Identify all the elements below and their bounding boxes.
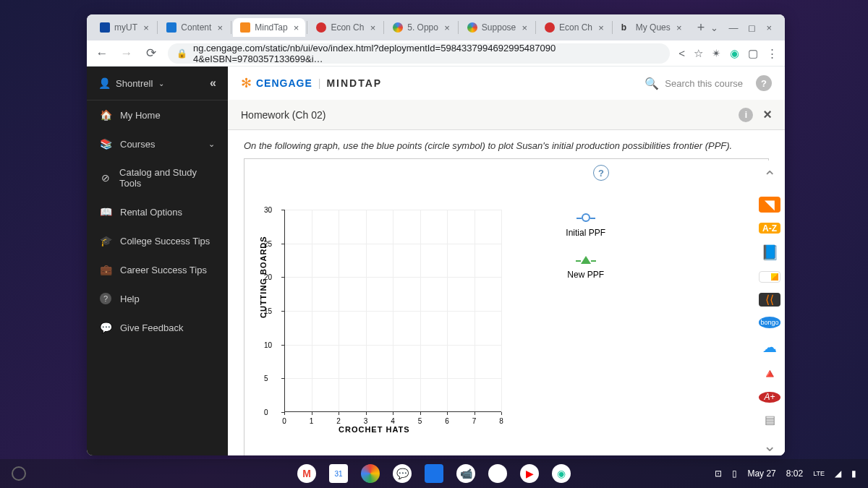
sidebar-item-help[interactable]: ?Help [87, 284, 228, 313]
maximize-icon[interactable]: ◻ [748, 22, 756, 33]
browser-tab[interactable]: Econ Ch× [537, 18, 610, 37]
x-axis-label: CROCHET HATS [339, 425, 410, 434]
sidebar-label: My Home [120, 110, 161, 121]
graph-help-button[interactable]: ? [593, 165, 609, 181]
panel-icon[interactable]: ▢ [748, 47, 758, 60]
battery-icon[interactable]: ▮ [851, 468, 856, 479]
user-menu[interactable]: 👤 Shontrell ⌄ [98, 77, 164, 89]
x-tick: 4 [391, 417, 395, 425]
browser-tab[interactable]: Econ Ch× [309, 18, 382, 37]
flashcards-tool[interactable]: ▤ [759, 413, 780, 427]
browser-tab[interactable]: bMy Ques× [614, 18, 689, 37]
search-icon [545, 22, 555, 33]
share-icon[interactable]: < [678, 47, 685, 59]
chart-legend: Initial PPF New PPF [566, 213, 605, 297]
browser-tab[interactable]: Suppose× [460, 18, 534, 37]
reload-button[interactable]: ⟳ [143, 46, 159, 61]
bongo-tool[interactable]: bongo [759, 317, 780, 328]
browser-tab-active[interactable]: MindTap× [233, 18, 305, 37]
close-icon[interactable]: × [368, 23, 377, 32]
close-icon[interactable]: × [597, 23, 605, 32]
close-window-icon[interactable]: × [766, 22, 772, 33]
messages-app-icon[interactable]: 💬 [393, 464, 412, 483]
back-button[interactable]: ← [94, 46, 110, 61]
menu-icon[interactable]: ⋮ [767, 47, 778, 60]
briefcase-icon: 💼 [100, 264, 111, 275]
grammarly-app-icon[interactable]: ◉ [552, 464, 571, 483]
sidebar-item-feedback[interactable]: 💬Give Feedback [87, 313, 228, 342]
grammarly-icon[interactable]: ◉ [730, 47, 739, 60]
close-icon[interactable]: × [142, 23, 150, 32]
minimize-icon[interactable]: — [728, 22, 738, 33]
files-app-icon[interactable] [425, 464, 443, 483]
browser-tab[interactable]: 5. Oppo× [386, 18, 456, 37]
y-tick: 10 [264, 341, 272, 348]
ebook-tool[interactable]: 📘 [759, 244, 780, 261]
forward-button[interactable]: → [119, 46, 135, 61]
browser-tab[interactable]: myUT× [93, 18, 156, 37]
legend-new-ppf[interactable]: New PPF [566, 255, 605, 280]
new-tab-button[interactable]: + [692, 17, 711, 38]
collapse-sidebar-button[interactable]: « [210, 77, 216, 90]
y-tick: 5 [264, 374, 268, 382]
youtube-app-icon[interactable]: ▶ [520, 464, 539, 483]
sidebar-item-college-tips[interactable]: 🎓College Success Tips [87, 226, 228, 255]
phone-icon[interactable]: ▯ [732, 468, 737, 479]
close-icon[interactable]: × [443, 23, 451, 32]
legend-label: New PPF [567, 270, 604, 280]
x-tick: 0 [282, 417, 286, 425]
close-icon[interactable]: × [520, 23, 529, 32]
notes-tool[interactable] [759, 271, 780, 283]
legend-initial-ppf[interactable]: Initial PPF [566, 213, 605, 238]
taskbar-date[interactable]: May 27 [747, 468, 775, 479]
sidebar-item-catalog[interactable]: ⊘Catalog and Study Tools [87, 158, 228, 197]
gmail-app-icon[interactable]: M [297, 464, 316, 483]
glossary-tool[interactable]: A-Z [759, 223, 780, 234]
circle-marker-icon [582, 213, 590, 222]
search-course-input[interactable]: 🔍 Search this course [644, 77, 743, 90]
sidebar-item-courses[interactable]: 📚Courses⌄ [87, 129, 228, 158]
close-icon[interactable]: × [292, 23, 301, 32]
ppf-chart[interactable]: 30 25 20 15 10 5 0 0 1 2 3 4 5 6 [284, 210, 501, 412]
quick-settings-icon[interactable]: ⊡ [715, 468, 722, 479]
help-button[interactable]: ? [756, 75, 772, 91]
launcher-button[interactable] [12, 466, 26, 481]
taskbar-time[interactable]: 8:02 [786, 468, 803, 479]
rss-tool[interactable]: ◥ [759, 197, 780, 213]
info-icon[interactable]: i [739, 108, 753, 122]
calendar-app-icon[interactable]: 31 [329, 464, 348, 483]
url-input[interactable]: 🔒 ng.cengage.com/static/nb/ui/evo/index.… [168, 43, 670, 64]
sidebar-item-home[interactable]: 🏠My Home [87, 100, 228, 129]
network-icon[interactable]: LTE [813, 470, 825, 477]
scroll-up-button[interactable]: ⌃ [759, 168, 780, 187]
tab-label: MindTap [255, 22, 287, 33]
close-assignment-button[interactable]: × [763, 106, 772, 123]
close-icon[interactable]: × [216, 23, 224, 32]
sidebar-item-career-tips[interactable]: 💼Career Success Tips [87, 255, 228, 284]
extensions-icon[interactable]: ✴ [712, 47, 721, 60]
sidebar-item-rental[interactable]: 📖Rental Options [87, 197, 228, 226]
photos-app-icon[interactable]: ✦ [488, 464, 507, 483]
gdrive-tool[interactable]: 🔺 [759, 366, 780, 382]
brand-bar: ✻ CENGAGE | MINDTAP 🔍 Search this course… [228, 67, 785, 100]
graph-panel[interactable]: ? 30 25 20 15 10 5 0 [244, 158, 769, 455]
aplus-tool[interactable]: A+ [759, 392, 780, 403]
wifi-icon[interactable]: ◢ [835, 468, 841, 479]
star-icon[interactable]: ☆ [694, 47, 703, 60]
x-tick: 5 [418, 417, 422, 425]
browser-tab-bar: myUT× Content× MindTap× Econ Ch× 5. Oppo… [87, 14, 785, 40]
x-tick: 3 [364, 417, 368, 425]
cengage-icon [240, 22, 250, 33]
assignment-title: Homework (Ch 02) [241, 109, 326, 121]
chevron-down-icon[interactable]: ⌄ [710, 22, 718, 33]
highlight-tool[interactable]: ⟨⟨ [759, 293, 780, 307]
camera-app-icon[interactable]: 📹 [456, 464, 475, 483]
scroll-down-button[interactable]: ⌄ [759, 437, 780, 455]
x-tick: 1 [310, 417, 314, 425]
close-icon[interactable]: × [675, 23, 684, 32]
tab-label: myUT [114, 22, 137, 33]
browser-tab[interactable]: Content× [159, 18, 229, 37]
shield-icon [100, 22, 110, 33]
chrome-app-icon[interactable] [361, 464, 380, 483]
onedrive-tool[interactable]: ☁ [759, 338, 780, 356]
